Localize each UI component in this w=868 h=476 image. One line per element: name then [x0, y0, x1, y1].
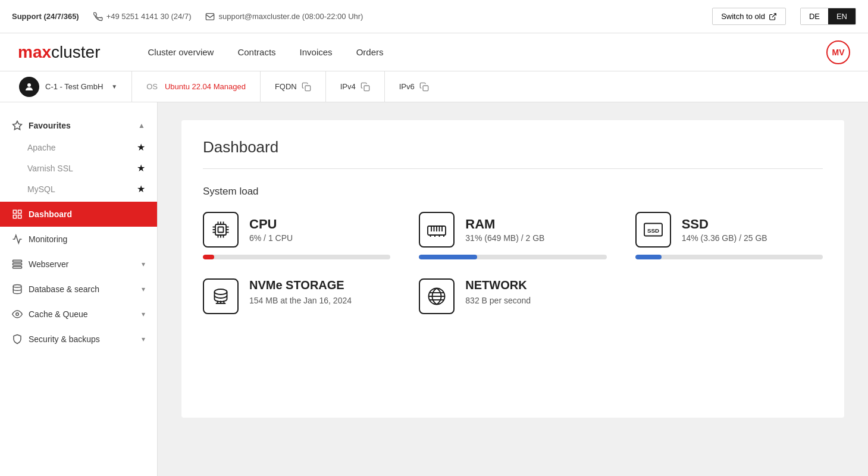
- cpu-progress-fill: [203, 255, 214, 259]
- switch-old-button[interactable]: Switch to old: [712, 8, 786, 25]
- ram-progress-bg: [419, 255, 606, 259]
- nvme-header: NVMe STORAGE 154 MB at the Jan 16, 2024: [203, 278, 390, 314]
- server-bar: C-1 - Test GmbH ▼ OS Ubuntu 22.04 Manage…: [0, 71, 868, 102]
- ssd-icon-box: SSD: [635, 212, 671, 248]
- ipv4-label: IPv4: [340, 82, 356, 91]
- metrics-grid: CPU 6% / 1 CPU: [203, 212, 823, 314]
- cluster-name: C-1 - Test GmbH: [45, 82, 103, 91]
- sidebar-fav-mysql[interactable]: MySQL ★: [0, 178, 157, 199]
- svg-point-1: [27, 83, 31, 87]
- sidebar-fav-varnish[interactable]: Varnish SSL ★: [0, 158, 157, 178]
- external-link-icon: [769, 12, 777, 21]
- support-label: Support (24/7/365): [12, 12, 79, 21]
- svg-rect-10: [13, 260, 22, 262]
- page-title: Dashboard: [203, 138, 823, 156]
- varnish-star-icon: ★: [137, 162, 145, 174]
- svg-point-13: [13, 285, 21, 288]
- email-address: support@maxcluster.de (08:00-22:00 Uhr): [218, 12, 363, 21]
- database-icon: [12, 284, 23, 295]
- ram-text: RAM 31% (649 MB) / 2 GB: [465, 217, 544, 243]
- ipv6-label: IPv6: [399, 82, 415, 91]
- nvme-metric-card: NVMe STORAGE 154 MB at the Jan 16, 2024: [203, 278, 390, 314]
- os-item: OS Ubuntu 22.04 Managed: [132, 71, 261, 102]
- user-avatar[interactable]: MV: [826, 40, 850, 64]
- svg-rect-7: [18, 210, 21, 213]
- email-contact: support@maxcluster.de (08:00-22:00 Uhr): [205, 12, 363, 21]
- sidebar-item-security[interactable]: Security & backups ▾: [0, 327, 157, 352]
- security-icon: [12, 334, 23, 345]
- language-switcher: DE EN: [800, 8, 856, 25]
- lang-en-button[interactable]: EN: [828, 8, 856, 24]
- svg-point-41: [215, 289, 227, 295]
- sidebar-item-database[interactable]: Database & search ▾: [0, 277, 157, 302]
- svg-marker-5: [13, 121, 22, 130]
- mysql-star-icon: ★: [137, 183, 145, 195]
- svg-rect-0: [206, 13, 214, 20]
- ssd-icon: SSD: [643, 219, 664, 240]
- cpu-metric-card: CPU 6% / 1 CPU: [203, 212, 390, 259]
- network-metric-card: NETWORK 832 B per second: [419, 278, 606, 314]
- nav-cluster-overview[interactable]: Cluster overview: [136, 33, 226, 71]
- sidebar-item-monitoring[interactable]: Monitoring: [0, 227, 157, 252]
- cpu-text: CPU 6% / 1 CPU: [249, 217, 293, 243]
- os-value: Ubuntu 22.04 Managed: [165, 82, 246, 91]
- svg-rect-6: [13, 210, 16, 213]
- webserver-chevron: ▾: [142, 260, 145, 268]
- cache-icon: [12, 309, 23, 320]
- network-name: NETWORK: [465, 278, 531, 292]
- sidebar-item-cache[interactable]: Cache & Queue ▾: [0, 302, 157, 327]
- fqdn-label: FQDN: [275, 82, 297, 91]
- webserver-icon: [12, 259, 23, 270]
- server-user-icon: [19, 77, 39, 97]
- ipv6-item: IPv6: [385, 71, 443, 102]
- ipv6-copy-icon[interactable]: [419, 82, 429, 92]
- svg-rect-12: [13, 267, 22, 268]
- svg-rect-8: [13, 215, 16, 218]
- phone-number: +49 5251 4141 30 (24/7): [106, 12, 192, 21]
- svg-rect-4: [423, 86, 428, 91]
- svg-rect-2: [305, 86, 311, 91]
- dashboard-card: Dashboard System load: [181, 120, 844, 418]
- svg-text:SSD: SSD: [647, 227, 659, 234]
- ssd-metric-card: SSD SSD 14% (3.36 GB) / 25 GB: [635, 212, 823, 259]
- security-chevron: ▾: [142, 335, 145, 343]
- cache-chevron: ▾: [142, 310, 145, 318]
- nav-orders[interactable]: Orders: [344, 33, 396, 71]
- nvme-icon: [210, 286, 231, 307]
- sidebar-item-dashboard[interactable]: Dashboard: [0, 202, 157, 227]
- ram-name: RAM: [465, 217, 544, 232]
- ram-progress-fill: [419, 255, 477, 259]
- phone-icon: [93, 12, 103, 21]
- sidebar-item-webserver[interactable]: Webserver ▾: [0, 252, 157, 277]
- cluster-dropdown-arrow[interactable]: ▼: [111, 83, 117, 90]
- ram-metric-card: RAM 31% (649 MB) / 2 GB: [419, 212, 606, 259]
- ssd-progress-bg: [635, 255, 823, 259]
- nvme-value: 154 MB at the Jan 16, 2024: [249, 295, 352, 307]
- ram-header: RAM 31% (649 MB) / 2 GB: [419, 212, 606, 248]
- nav-invoices[interactable]: Invoices: [288, 33, 344, 71]
- main-nav: Cluster overview Contracts Invoices Orde…: [136, 33, 826, 71]
- nav-contracts[interactable]: Contracts: [225, 33, 287, 71]
- network-text: NETWORK 832 B per second: [465, 278, 531, 307]
- fqdn-item: FQDN: [261, 71, 326, 102]
- sidebar-fav-apache[interactable]: Apache ★: [0, 137, 157, 158]
- apache-star-icon: ★: [137, 142, 145, 153]
- os-label: OS: [146, 82, 158, 91]
- sidebar-favourites-header[interactable]: Favourites ▲: [0, 114, 157, 137]
- server-user-item: C-1 - Test GmbH ▼: [12, 71, 132, 102]
- cpu-icon: [210, 219, 231, 240]
- svg-rect-3: [364, 86, 369, 91]
- ssd-name: SSD: [682, 217, 767, 232]
- svg-rect-11: [13, 264, 22, 265]
- network-icon-box: [419, 278, 455, 314]
- ipv4-copy-icon[interactable]: [361, 82, 370, 92]
- ssd-text: SSD 14% (3.36 GB) / 25 GB: [682, 217, 767, 243]
- navbar: maxcluster Cluster overview Contracts In…: [0, 33, 868, 71]
- cpu-progress-bg: [203, 255, 390, 259]
- lang-de-button[interactable]: DE: [801, 8, 828, 24]
- ssd-value: 14% (3.36 GB) / 25 GB: [682, 233, 767, 243]
- fqdn-copy-icon[interactable]: [302, 82, 311, 92]
- network-header: NETWORK 832 B per second: [419, 278, 606, 314]
- ram-icon-box: [419, 212, 455, 248]
- logo: maxcluster: [18, 43, 101, 62]
